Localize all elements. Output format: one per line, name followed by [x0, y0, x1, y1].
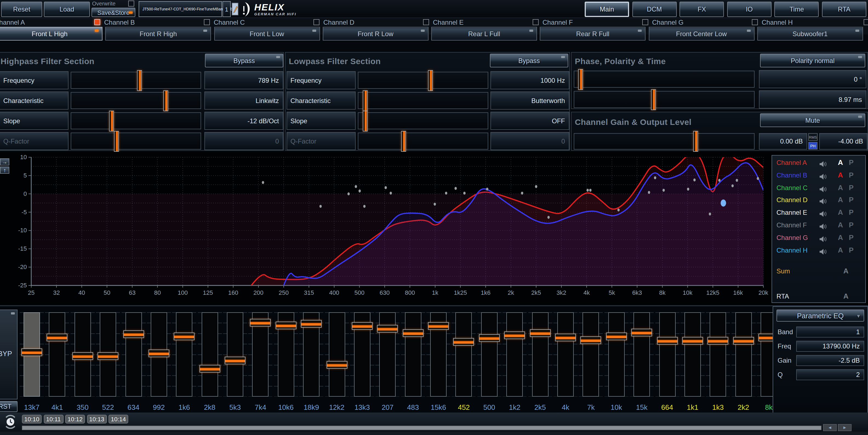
eq-band-freq-483[interactable]: 483 [400, 403, 426, 411]
speaker-icon[interactable] [819, 222, 827, 232]
eq-band-track-1k3[interactable] [710, 312, 726, 397]
eq-band-marker[interactable] [709, 213, 711, 216]
eq-band-marker[interactable] [455, 187, 457, 190]
speaker-tab-rear-l-full[interactable]: Rear L Full [431, 27, 537, 40]
eq-band-marker[interactable] [262, 181, 264, 184]
eq-band-freq-10k6[interactable]: 10k6 [274, 403, 299, 411]
level-mode-badge[interactable]: RMS PH [808, 133, 817, 150]
amplitude-toggle-d[interactable]: A [838, 196, 843, 204]
eq-band-handle-7k[interactable] [581, 336, 601, 344]
eq-band-track-483[interactable] [405, 312, 421, 397]
gain-value-box[interactable]: 0.00 dB [759, 133, 807, 150]
response-graph[interactable]: 1050-5-10-15-20-252532405063801001251602… [0, 152, 868, 305]
eq-band-marker[interactable] [687, 188, 689, 191]
eq-band-track-4k1[interactable] [49, 312, 65, 397]
amplitude-toggle-g[interactable]: A [838, 234, 843, 242]
snapshot-chip-1012[interactable]: 10:12 [65, 415, 85, 424]
highpass-slider-characteristic[interactable] [71, 92, 201, 109]
eq-band-handle-15k[interactable] [631, 329, 652, 336]
eq-band-marker[interactable] [463, 192, 466, 195]
eq-band-track-15k[interactable] [633, 312, 650, 397]
eq-mode-dropdown[interactable]: Parametric EQ ▼ [776, 310, 864, 321]
legend-channel-e[interactable]: Channel E [776, 209, 807, 216]
channel-checkbox-b[interactable] [94, 19, 100, 25]
eq-band-track-664[interactable] [659, 312, 675, 397]
eq-band-marker[interactable] [732, 184, 734, 187]
eq-band-handle-13k7[interactable] [21, 348, 42, 356]
snapshot-chip-1011[interactable]: 10:11 [43, 415, 63, 424]
eq-band-handle-207[interactable] [377, 324, 398, 332]
eq-band-handle-350[interactable] [72, 352, 93, 360]
eq-band-marker[interactable] [617, 209, 619, 212]
eq-band-handle-10k[interactable] [606, 332, 627, 340]
nav-tab-rta[interactable]: RTA [822, 2, 866, 17]
highpass-value-characteristic[interactable]: Linkwitz [205, 92, 283, 110]
phase-slider-0[interactable] [574, 71, 754, 88]
eq-band-freq-1k2[interactable]: 1k2 [502, 403, 527, 411]
eq-band-freq-12k2[interactable]: 12k2 [324, 403, 349, 411]
eq-band-handle-4k1[interactable] [47, 334, 68, 341]
eq-param-value-band[interactable]: 1 [796, 327, 864, 338]
snapshot-chip-1010[interactable]: 10:10 [22, 415, 42, 424]
lowpass-slider-slope[interactable] [358, 112, 488, 129]
speaker-tab-front-r-low[interactable]: Front R Low [323, 27, 429, 40]
preset-number-field[interactable]: 1 [222, 1, 231, 17]
phase-toggle-g[interactable]: P [849, 234, 854, 242]
lowpass-slider-handle-q-factor[interactable] [401, 131, 406, 152]
highpass-slider-handle-characteristic[interactable] [163, 90, 168, 111]
speaker-icon[interactable] [819, 247, 827, 257]
channel-checkbox-e[interactable] [423, 19, 429, 25]
channel-checkbox-c[interactable] [204, 19, 210, 25]
phase-toggle-a[interactable]: P [849, 158, 854, 166]
speaker-tab-front-l-high[interactable]: Front L High [0, 27, 102, 40]
lowpass-slider-handle-slope[interactable] [363, 111, 368, 131]
eq-band-marker[interactable] [319, 205, 322, 208]
history-clock-icon[interactable] [3, 415, 18, 431]
legend-channel-b[interactable]: Channel B [776, 172, 807, 179]
eq-band-track-1k2[interactable] [506, 312, 523, 397]
eq-band-handle-522[interactable] [97, 352, 118, 360]
eq-band-marker[interactable] [718, 179, 720, 182]
phase-toggle-b[interactable]: P [849, 171, 854, 179]
highpass-bypass-button[interactable]: Bypass [205, 54, 283, 67]
eq-band-track-4k[interactable] [557, 312, 574, 397]
eq-param-value-freq[interactable]: 13790.00 Hz [796, 341, 864, 352]
selected-eq-band-marker[interactable] [721, 199, 726, 207]
eq-band-handle-992[interactable] [149, 350, 169, 358]
eq-band-marker[interactable] [390, 192, 392, 195]
eq-band-marker[interactable] [355, 185, 357, 188]
eq-band-marker[interactable] [757, 177, 759, 180]
eq-band-track-500[interactable] [481, 312, 498, 397]
eq-band-track-1k1[interactable] [684, 312, 701, 397]
highpass-slider-handle-slope[interactable] [109, 111, 114, 131]
eq-band-freq-452[interactable]: 452 [451, 403, 476, 411]
amplitude-toggle-b[interactable]: A [838, 171, 843, 179]
eq-band-freq-4k1[interactable]: 4k1 [45, 403, 70, 411]
highpass-value-q-factor[interactable]: 0 [205, 132, 283, 150]
eq-band-handle-2k8[interactable] [199, 365, 220, 373]
phase-slider-1[interactable] [574, 91, 754, 108]
eq-band-freq-207[interactable]: 207 [375, 403, 400, 411]
phase-toggle-f[interactable]: P [849, 221, 854, 229]
highpass-slider-handle-frequency[interactable] [137, 70, 142, 91]
speaker-icon[interactable] [819, 197, 827, 207]
snapshot-chip-1014[interactable]: 10:14 [108, 415, 128, 424]
eq-band-track-10k[interactable] [608, 312, 624, 397]
lowpass-value-characteristic[interactable]: Butterworth [491, 92, 569, 110]
speaker-icon[interactable] [819, 159, 827, 169]
eq-band-freq-500[interactable]: 500 [477, 403, 502, 411]
eq-band-marker[interactable] [589, 189, 592, 192]
graph-scroll-up-button[interactable]: ↑ [0, 166, 9, 174]
amplitude-toggle-sum[interactable]: A [843, 267, 848, 275]
eq-band-freq-15k6[interactable]: 15k6 [426, 403, 451, 411]
phase-slider-handle-0[interactable] [579, 69, 583, 90]
amplitude-toggle-e[interactable]: A [838, 208, 843, 216]
filename-field[interactable]: JT500-ReTune47-CDT_HD690-FineTuneMBandTr… [138, 1, 222, 17]
lowpass-value-frequency[interactable]: 1000 Hz [491, 71, 569, 89]
eq-band-freq-13k3[interactable]: 13k3 [350, 403, 375, 411]
eq-band-marker[interactable] [535, 185, 537, 188]
eq-band-handle-634[interactable] [123, 331, 144, 338]
timeline-scroll-right-button[interactable]: ► [838, 424, 851, 431]
amplitude-toggle-c[interactable]: A [838, 183, 843, 191]
eq-band-marker[interactable] [385, 186, 387, 189]
